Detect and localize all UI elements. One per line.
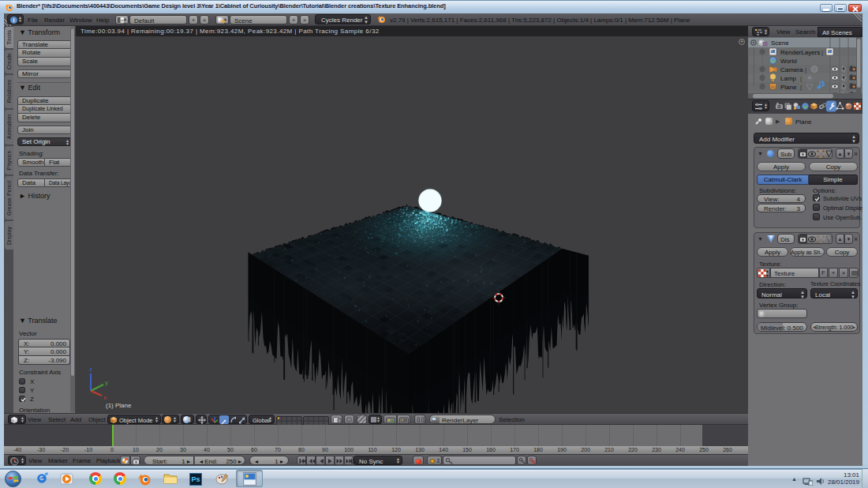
svg-text:|: |	[800, 75, 802, 82]
svg-text:Camera: Camera	[780, 66, 803, 73]
svg-text:W: W	[771, 84, 775, 89]
svg-text:|: |	[821, 49, 823, 56]
svg-text:z: z	[89, 366, 92, 373]
svg-text:Scene: Scene	[771, 39, 789, 47]
svg-text:RenderLayers: RenderLayers	[780, 49, 820, 56]
svg-text:Lamp: Lamp	[780, 75, 797, 82]
svg-text:|: |	[800, 84, 802, 91]
svg-text:y: y	[105, 379, 108, 386]
svg-text:x: x	[103, 394, 107, 401]
svg-text:World: World	[780, 58, 797, 65]
svg-text:|: |	[805, 66, 806, 73]
svg-text:(1) Plane: (1) Plane	[106, 402, 132, 409]
svg-text:Plane: Plane	[780, 84, 797, 91]
